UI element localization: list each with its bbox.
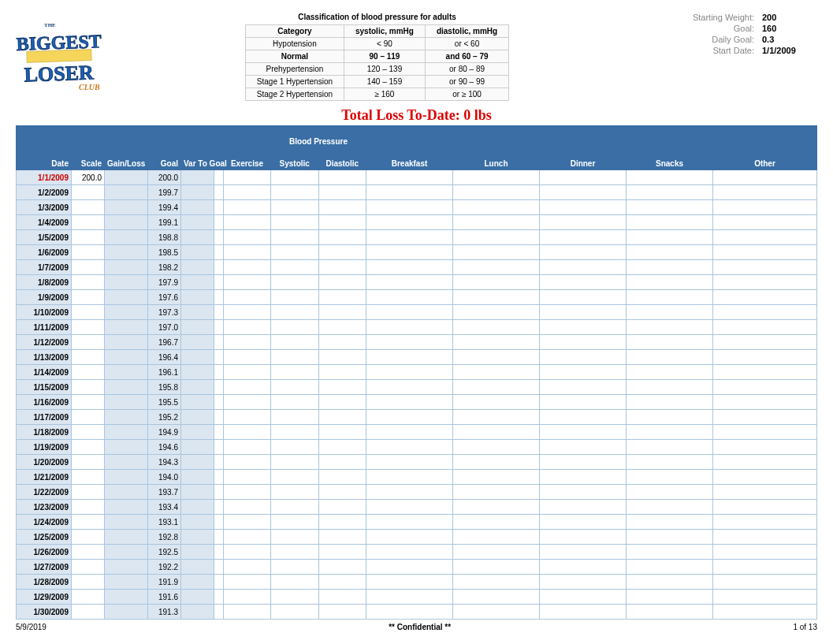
cell-sn [627,470,713,485]
cell-date: 1/28/2009 [17,575,72,590]
cell-goal: 193.7 [148,485,181,500]
cell-gl [105,590,148,605]
cell-ex [224,530,271,545]
daily-goal-label: Daily Goal: [644,35,762,44]
cell-varx [214,275,224,290]
stats-panel: Starting Weight: 200 Goal: 160 Daily Goa… [644,13,817,57]
cell-gl [105,170,148,185]
cell-ot [713,230,817,245]
bp-cell: Normal [245,50,344,63]
cell-var [181,275,214,290]
table-row: 1/17/2009195.2 [17,410,817,425]
cell-var [181,545,214,560]
cell-varx [214,230,224,245]
cell-date: 1/30/2009 [17,605,72,620]
cell-gl [105,185,148,200]
table-row: 1/2/2009199.7 [17,185,817,200]
table-row: 1/23/2009193.4 [17,500,817,515]
cell-date: 1/26/2009 [17,545,72,560]
cell-di [540,500,627,515]
cell-di [540,590,627,605]
cell-bf [366,185,453,200]
cell-ex [224,335,271,350]
cell-bf [366,275,453,290]
cell-scale: 200.0 [72,170,105,185]
cell-sn [627,590,713,605]
cell-var [181,365,214,380]
cell-varx [214,380,224,395]
cell-var [181,245,214,260]
table-row: 1/26/2009192.5 [17,545,817,560]
cell-lu [453,320,540,335]
cell-di [540,305,627,320]
cell-var [181,530,214,545]
bp-cell: or 90 – 99 [425,76,508,88]
cell-sys [271,200,319,215]
cell-ex [224,185,271,200]
th-snacks: Snacks [627,126,713,170]
svg-text:THE: THE [44,22,56,28]
cell-sys [271,335,319,350]
cell-dia [318,605,366,620]
cell-var [181,260,214,275]
table-row: 1/12/2009196.7 [17,335,817,350]
cell-ot [713,440,817,455]
cell-bf [366,290,453,305]
cell-bf [366,170,453,185]
cell-var [181,470,214,485]
cell-bf [366,545,453,560]
cell-varx [214,530,224,545]
cell-goal: 199.4 [148,200,181,215]
cell-ex [224,215,271,230]
cell-sys [271,305,319,320]
cell-lu [453,290,540,305]
cell-ex [224,425,271,440]
cell-sn [627,545,713,560]
cell-var [181,320,214,335]
cell-goal: 200.0 [148,170,181,185]
cell-ot [713,215,817,230]
table-row: 1/19/2009194.6 [17,440,817,455]
cell-var [181,500,214,515]
cell-scale [72,380,105,395]
cell-gl [105,425,148,440]
cell-ex [224,500,271,515]
table-row: 1/22/2009193.7 [17,485,817,500]
cell-ot [713,605,817,620]
table-row: 1/3/2009199.4 [17,200,817,215]
cell-sn [627,485,713,500]
cell-bf [366,335,453,350]
cell-sn [627,260,713,275]
cell-gl [105,560,148,575]
cell-gl [105,335,148,350]
cell-goal: 195.8 [148,380,181,395]
cell-date: 1/25/2009 [17,530,72,545]
cell-dia [318,320,366,335]
cell-varx [214,470,224,485]
cell-scale [72,575,105,590]
cell-ex [224,275,271,290]
cell-gl [105,320,148,335]
cell-lu [453,605,540,620]
starting-weight-value: 200 [762,13,817,22]
cell-scale [72,200,105,215]
cell-goal: 193.4 [148,500,181,515]
cell-sys [271,320,319,335]
cell-gl [105,410,148,425]
cell-scale [72,230,105,245]
cell-dia [318,380,366,395]
cell-dia [318,560,366,575]
cell-goal: 197.6 [148,290,181,305]
cell-varx [214,365,224,380]
cell-dia [318,545,366,560]
goal-label: Goal: [644,24,762,33]
cell-sn [627,395,713,410]
cell-bf [366,500,453,515]
bp-table: Category systolic, mmHg diastolic, mmHg … [245,24,509,101]
cell-bf [366,440,453,455]
cell-scale [72,545,105,560]
cell-ex [224,380,271,395]
cell-var [181,350,214,365]
cell-di [540,425,627,440]
cell-di [540,440,627,455]
